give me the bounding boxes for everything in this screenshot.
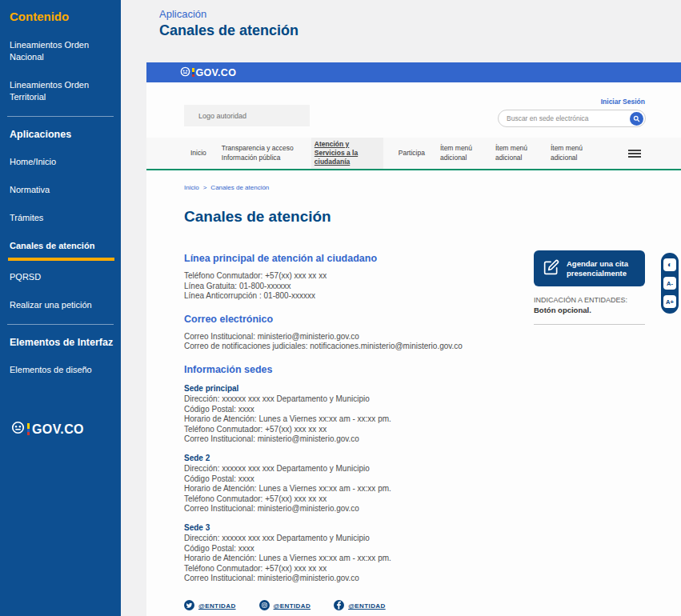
email-line: Correo Institucional: ministerio@ministe…: [184, 332, 514, 342]
search-input[interactable]: [507, 114, 630, 122]
increase-font-button[interactable]: A+: [663, 295, 676, 308]
sidebar-item-canales-de-atencion[interactable]: Canales de atención: [10, 240, 99, 252]
govco-top-bar: GOV.CO: [146, 62, 681, 82]
govco-emblem-icon: [180, 66, 190, 80]
colombia-flag-bar: [192, 68, 194, 77]
office-line: Teléfono Conmutador: +57(xx) xxx xx xx: [184, 494, 514, 505]
govco-logo-text: GOV.CO: [32, 422, 84, 437]
preview-page-title: Canales de atención: [184, 208, 331, 226]
active-item-underline: [8, 258, 114, 261]
sidebar-item-elementos-diseno[interactable]: Elementos de diseño: [10, 364, 99, 376]
nav-item-atencion-servicios[interactable]: Atención y Servicios a la ciudadanía: [311, 138, 383, 169]
office-line: Horario de Atención: Lunes a Viernes xx:…: [184, 554, 514, 564]
offices-section-heading: Información sedes: [184, 364, 514, 375]
sidebar-divider: [7, 324, 114, 325]
sidebar-title: Contenido: [10, 10, 114, 23]
nav-item-participa[interactable]: Participa: [399, 149, 425, 158]
sidebar-heading-aplicaciones: Aplicaciones: [10, 129, 114, 140]
nav-item-inicio[interactable]: Inicio: [190, 149, 206, 158]
breadcrumb: Inicio > Canales de atención: [184, 184, 269, 191]
phone-section-heading: Línea principal de atención al ciudadano: [184, 253, 514, 264]
offices-section: Información sedes Sede principal Direcci…: [184, 364, 514, 584]
office-line: Dirección: xxxxxx xxx xxx Departamento y…: [184, 464, 514, 474]
sidebar-heading-elementos-interfaz: Elementos de Interfaz: [10, 337, 114, 348]
social-handle: @ENTIDAD: [348, 602, 386, 610]
office-line: Código Postal: xxxx: [184, 544, 514, 554]
docs-sidebar: Contenido Lineamientos Orden Nacional Li…: [0, 0, 121, 616]
phone-line: Línea Gratuita: 01-800-xxxxxx: [184, 282, 514, 292]
edit-pencil-icon: [543, 259, 559, 278]
phone-section: Línea principal de atención al ciudadano…: [184, 253, 514, 302]
nav-item-adicional-1[interactable]: Ítem menú adicional: [440, 144, 480, 162]
office-block-sede-2: Sede 2 Dirección: xxxxxx xxx xxx Departa…: [184, 454, 514, 514]
social-link-twitter[interactable]: @ENTIDAD: [184, 599, 236, 614]
page-header: Aplicación Canales de atención: [121, 0, 681, 39]
sidebar-divider: [7, 116, 114, 117]
office-block-sede-3: Sede 3 Dirección: xxxxxx xxx xxx Departa…: [184, 523, 514, 584]
nav-item-adicional-3[interactable]: Ítem menú adicional: [551, 144, 591, 162]
hamburger-menu-icon[interactable]: [628, 148, 641, 159]
email-section-heading: Correo electrónico: [184, 314, 514, 325]
decrease-font-button[interactable]: A-: [663, 277, 676, 290]
sidebar-item-lineamientos-nacional[interactable]: Lineamientos Orden Nacional: [10, 39, 99, 63]
entity-note-text: Botón opcional.: [534, 306, 646, 314]
schedule-appointment-button[interactable]: Agendar una cita presencialmente: [534, 250, 645, 286]
office-name: Sede 3: [184, 523, 514, 532]
entity-note-label: INDICACIÓN A ENTIDADES:: [534, 296, 646, 304]
email-line: Correo de notificaciones judiciales: not…: [184, 342, 514, 352]
social-links-row: @ENTIDAD @ENTIDAD @ENTIDAD: [184, 599, 514, 614]
cta-label: Agendar una cita presencialmente: [567, 259, 639, 278]
govco-logo-text: GOV.CO: [196, 67, 237, 78]
twitter-icon: [184, 599, 194, 614]
sidebar-item-lineamientos-territorial[interactable]: Lineamientos Orden Territorial: [10, 79, 99, 103]
instagram-icon: [259, 599, 270, 614]
office-line: Correo Institucional: ministerio@ministe…: [184, 434, 514, 445]
login-link[interactable]: Iniciar Sesión: [601, 98, 645, 106]
office-line: Dirección: xxxxxx xxx xxx Departamento y…: [184, 534, 514, 544]
social-handle: @ENTIDAD: [274, 602, 311, 610]
office-line: Código Postal: xxxx: [184, 474, 514, 485]
office-line: Código Postal: xxxx: [184, 405, 514, 415]
office-line: Teléfono Conmutador: +57(xx) xxx xx xx: [184, 564, 514, 574]
email-section: Correo electrónico Correo Institucional:…: [184, 314, 514, 352]
phone-line: Línea Anticorrupción : 01-800-xxxxxx: [184, 291, 514, 302]
cta-column: Agendar una cita presencialmente INDICAC…: [534, 250, 646, 325]
office-line: Horario de Atención: Lunes a Viernes xx:…: [184, 414, 514, 425]
note-divider: [534, 324, 645, 325]
search-bar: [498, 110, 646, 127]
office-line: Teléfono Conmutador: +57(xx) xxx xx xx: [184, 425, 514, 435]
breadcrumb-separator: >: [203, 184, 207, 191]
office-line: Correo Institucional: ministerio@ministe…: [184, 574, 514, 584]
template-preview: GOV.CO Iniciar Sesión Logo autoridad Ini…: [146, 62, 681, 616]
search-icon: [633, 113, 640, 125]
sidebar-item-pqrsd[interactable]: PQRSD: [10, 271, 99, 283]
accessibility-toolbar: ◐ A- A+: [661, 253, 679, 314]
sidebar-item-tramites[interactable]: Trámites: [10, 212, 99, 224]
govco-emblem-icon: [11, 421, 25, 438]
site-nav: Inicio Transparencia y acceso Informació…: [146, 138, 681, 170]
nav-item-adicional-2[interactable]: Ítem menú adicional: [495, 144, 535, 162]
sidebar-item-realizar-peticion[interactable]: Realizar una petición: [10, 299, 99, 311]
govco-logo: GOV.CO: [11, 421, 114, 438]
authority-logo-placeholder: Logo autoridad: [184, 105, 310, 126]
content-column: Línea principal de atención al ciudadano…: [184, 253, 514, 614]
page-title: Canales de atención: [159, 22, 681, 39]
phone-line: Teléfono Conmutador: +57(xx) xxx xx xx: [184, 271, 514, 282]
contrast-toggle-button[interactable]: ◐: [663, 258, 676, 271]
office-line: Dirección: xxxxxx xxx xxx Departamento y…: [184, 394, 514, 405]
sidebar-item-normativa[interactable]: Normativa: [10, 184, 99, 196]
social-link-facebook[interactable]: @ENTIDAD: [334, 599, 386, 614]
office-name: Sede 2: [184, 454, 514, 462]
office-line: Horario de Atención: Lunes a Viernes xx:…: [184, 484, 514, 494]
nav-item-transparencia[interactable]: Transparencia y acceso Información públi…: [222, 144, 296, 162]
social-handle: @ENTIDAD: [198, 602, 236, 610]
govco-topbar-logo[interactable]: GOV.CO: [180, 66, 236, 80]
breadcrumb-current[interactable]: Canales de atención: [210, 184, 269, 191]
office-block-principal: Sede principal Dirección: xxxxxx xxx xxx…: [184, 384, 514, 445]
social-link-instagram[interactable]: @ENTIDAD: [259, 599, 311, 614]
facebook-icon: [334, 599, 344, 614]
search-button[interactable]: [630, 112, 643, 126]
office-name: Sede principal: [184, 384, 514, 393]
sidebar-item-home[interactable]: Home/Inicio: [10, 156, 99, 168]
breadcrumb-home[interactable]: Inicio: [184, 184, 199, 191]
